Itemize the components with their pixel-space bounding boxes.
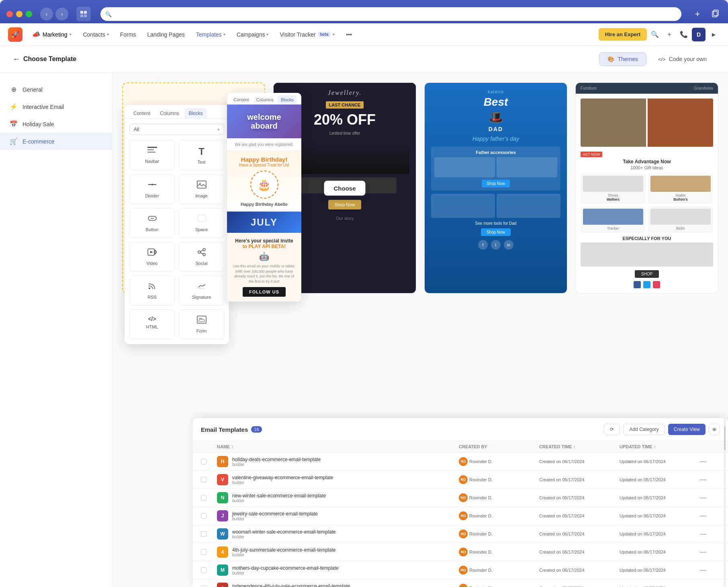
phone-nav-btn[interactable]: 📞 <box>677 28 690 41</box>
table-row[interactable]: I independence-4th-july-sale-ecommerce-e… <box>193 579 728 587</box>
svg-rect-0 <box>80 11 83 14</box>
row-checkbox-4[interactable] <box>201 513 207 519</box>
create-view-btn[interactable]: Create View <box>668 424 706 435</box>
row-actions-8[interactable]: — <box>700 585 720 587</box>
preview-content-tab[interactable]: Content <box>230 95 252 104</box>
back-arrow-btn[interactable]: ‹ <box>40 8 53 21</box>
table-row[interactable]: W woomart-winter-sale-ecommerce-email-te… <box>193 525 728 543</box>
block-video[interactable]: Video <box>129 242 175 272</box>
row-actions-2[interactable]: — <box>700 476 720 483</box>
table-row[interactable]: 4 4th-july-summersale-ecommerce-email-te… <box>193 543 728 561</box>
gift-ideas-card[interactable]: Furniture Grandview ACT NOW Ta <box>575 82 718 294</box>
address-bar[interactable]: 🔍 <box>100 7 681 21</box>
maximize-btn[interactable] <box>26 11 32 17</box>
block-space[interactable]: Space <box>179 208 224 238</box>
tab-switcher-icon[interactable] <box>76 7 91 21</box>
expand-nav-btn[interactable]: ▶ <box>707 28 720 41</box>
table-row[interactable]: M mothers-day-cupcake-ecommerce-email-te… <box>193 561 728 579</box>
row-actions-7[interactable]: — <box>700 566 720 574</box>
marketing-nav-item[interactable]: 📣 Marketing ▾ <box>27 28 76 41</box>
search-dropdown-btn[interactable]: ⟳ <box>604 424 620 435</box>
row-checkbox-6[interactable] <box>201 549 207 555</box>
row-actions-4[interactable]: — <box>700 512 720 519</box>
created-by-header[interactable]: CREATED BY <box>459 444 539 449</box>
sidebar-item-interactive-email[interactable]: ⚡ Interactive Email <box>0 98 112 115</box>
name-header[interactable]: NAME ↑ <box>217 444 459 449</box>
table-row[interactable]: V valentine-giveaway-ecommerce-email-tem… <box>193 471 728 489</box>
choose-overlay-btn[interactable]: Choose <box>324 181 365 195</box>
block-html[interactable]: </> HTML <box>129 310 175 339</box>
row-tag-6: builder <box>232 553 335 557</box>
block-navbar[interactable]: Navbar <box>129 140 175 170</box>
gift-title-text: Take Advantage Now <box>581 159 713 164</box>
table-row[interactable]: N new-winter-sale-ecommerce-email-templa… <box>193 489 728 507</box>
search-nav-btn[interactable]: 🔍 <box>648 28 661 41</box>
row-checkbox-7[interactable] <box>201 567 207 573</box>
blocks-tab[interactable]: Blocks <box>184 108 207 119</box>
block-form[interactable]: Form <box>179 310 224 339</box>
row-name-cell-5: W woomart-winter-sale-ecommerce-email-te… <box>217 528 459 540</box>
sidebar-item-ecommerce[interactable]: 🛒 E-commerce <box>0 133 112 150</box>
close-btn[interactable] <box>6 11 13 17</box>
campaigns-chevron-icon: ▾ <box>266 32 268 37</box>
minimize-btn[interactable] <box>16 11 22 17</box>
preview-columns-tab[interactable]: Columns <box>253 95 277 104</box>
app-logo[interactable]: 🚀 <box>8 27 22 42</box>
row-actions-3[interactable]: — <box>700 494 720 501</box>
block-button[interactable]: Button <box>129 208 175 238</box>
follow-us-btn[interactable]: FOLLOW US <box>243 287 286 297</box>
dark-cta-btn[interactable]: Shop Now <box>328 200 362 209</box>
row-actions-1[interactable]: — <box>700 458 720 465</box>
contacts-nav-item[interactable]: Contacts ▾ <box>78 29 113 40</box>
sidebar-item-holiday-sale[interactable]: 📅 Holiday Sale <box>0 115 112 133</box>
table-row[interactable]: J jewelry-sale-ecommerce-email-template … <box>193 507 728 525</box>
themes-tab[interactable]: 🎨 Themes <box>599 52 646 66</box>
row-checkbox-5[interactable] <box>201 531 207 537</box>
block-social[interactable]: Social <box>179 242 224 272</box>
row-checkbox-2[interactable] <box>201 477 207 482</box>
templates-nav-item[interactable]: Templates ▾ <box>191 29 230 40</box>
row-actions-6[interactable]: — <box>700 548 720 556</box>
add-category-btn[interactable]: Add Category <box>623 424 665 435</box>
columns-tab-label: Columns <box>160 111 179 116</box>
row-checkbox-3[interactable] <box>201 495 207 501</box>
fathers-day-card[interactable]: katerio Best 🎩 DAD Happy father's day Fa… <box>424 82 567 294</box>
row-checkbox-1[interactable] <box>201 459 207 464</box>
table-options-btn[interactable]: ⊕ <box>709 424 720 435</box>
landing-pages-nav-item[interactable]: Landing Pages <box>142 29 189 40</box>
preview-blocks-tab[interactable]: Blocks <box>278 95 297 104</box>
campaigns-nav-item[interactable]: Campaigns ▾ <box>232 29 274 40</box>
row-checkbox-8[interactable] <box>201 585 207 587</box>
created-time-header[interactable]: CREATED TIME ↑ <box>539 444 620 449</box>
block-image[interactable]: Image <box>179 174 224 204</box>
back-button[interactable]: ← Choose Template <box>13 55 76 64</box>
visitor-tracker-nav-item[interactable]: Visitor Tracker beta ▾ <box>275 29 339 40</box>
forward-arrow-btn[interactable]: › <box>55 8 68 21</box>
new-tab-btn[interactable]: + <box>691 8 704 21</box>
forms-nav-item[interactable]: Forms <box>115 29 141 40</box>
row-actions-5[interactable]: — <box>700 530 720 538</box>
table-row[interactable]: H holiday-deals-ecommerce-email-template… <box>193 453 728 471</box>
hire-expert-button[interactable]: Hire an Expert <box>599 28 647 41</box>
more-nav-item[interactable]: ••• <box>341 29 357 40</box>
block-text[interactable]: T Text <box>179 140 224 170</box>
block-rss[interactable]: RSS <box>129 276 175 306</box>
svg-point-12 <box>151 184 153 185</box>
columns-tab[interactable]: Columns <box>156 108 183 119</box>
space-block-label: Space <box>182 227 221 232</box>
add-nav-btn[interactable]: + <box>663 28 676 41</box>
copy-tab-btn[interactable] <box>709 8 722 21</box>
row-name-8: independence-4th-july-sale-ecommerce-ema… <box>232 583 350 587</box>
svg-rect-9 <box>147 149 154 150</box>
code-your-own-tab[interactable]: </> Code your own <box>650 52 715 66</box>
overlay-tabs: Content Columns Blocks <box>125 105 229 119</box>
svg-rect-13 <box>197 181 206 188</box>
content-tab[interactable]: Content <box>129 108 154 119</box>
blocks-filter[interactable]: All ▾ <box>129 124 224 135</box>
block-signature[interactable]: Signature <box>179 276 224 306</box>
user-avatar[interactable]: D <box>692 28 706 41</box>
sidebar-item-general[interactable]: ⊕ General <box>0 81 112 98</box>
block-divider[interactable]: Divider <box>129 174 175 204</box>
updated-time-header[interactable]: UPDATED TIME ↑ <box>620 444 700 449</box>
row-icon-3: N <box>217 492 228 503</box>
